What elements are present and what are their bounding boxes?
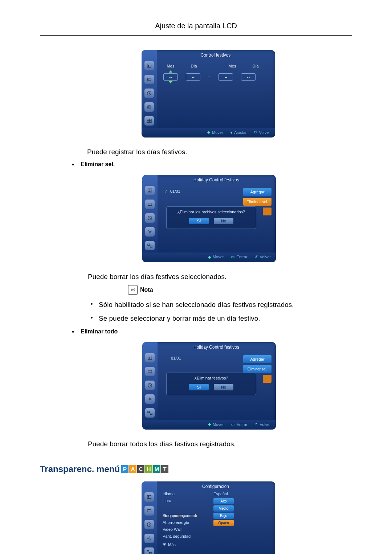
col-mes: Mes — [163, 64, 178, 68]
osd-footer: ◆Mover ▭Entrar ↺Volver — [142, 253, 276, 262]
note-item-1: Sólo habilitado si se han seleccionado d… — [88, 301, 352, 309]
field-dia-from[interactable]: -- — [186, 73, 200, 81]
svg-rect-23 — [147, 550, 149, 552]
enter-icon: ▭ — [231, 255, 234, 259]
osd-control-festivos-add: Control festivos Mes Día — [142, 50, 275, 138]
dialog-yes[interactable]: Sí — [189, 384, 209, 390]
badge-p: P — [121, 465, 128, 473]
clock-icon — [144, 89, 154, 98]
gear-icon — [144, 534, 154, 543]
input-icon — [145, 200, 155, 209]
text-register-holidays: Puede registrar los días festivos. — [87, 147, 341, 157]
range-tilde: ~ — [208, 75, 211, 79]
clock-icon — [145, 381, 155, 390]
osd-side-icons — [142, 50, 157, 128]
multi-icon — [145, 408, 155, 418]
btn-eliminar-sel[interactable]: Eliminar sel. — [243, 198, 271, 206]
gear-icon — [144, 102, 154, 112]
opt-alto[interactable]: Alto — [213, 498, 234, 504]
spinner-mes-from[interactable]: -- — [163, 70, 178, 83]
multi-icon — [144, 547, 154, 554]
dialog-no[interactable]: No — [214, 384, 233, 390]
cfg-bloqueo[interactable]: Bloqueo seguridad — [163, 513, 271, 518]
svg-rect-5 — [147, 121, 149, 123]
svg-rect-11 — [148, 244, 150, 245]
osd-side-icons — [142, 342, 158, 420]
svg-rect-3 — [147, 119, 149, 120]
svg-point-0 — [148, 65, 149, 66]
dialog-text: ¿Eliminar los archivos seleccionados? — [170, 210, 253, 214]
col-mes-2: Mes — [225, 64, 240, 68]
badge-m: M — [153, 465, 160, 473]
enter-icon: ▭ — [231, 422, 234, 427]
return-icon: ↺ — [254, 130, 257, 135]
cfg-idioma[interactable]: Idioma:Español — [163, 492, 271, 496]
opt-medio[interactable]: Medio — [213, 505, 234, 512]
input-badges: P A C H M T — [121, 465, 168, 473]
svg-rect-20 — [147, 509, 151, 512]
text-delete-selected: Puede borrar los días festivos seleccion… — [88, 272, 342, 282]
osd-side-icons — [142, 175, 158, 253]
item-eliminar-sel: Eliminar sel. — [81, 161, 115, 167]
multi-icon — [144, 116, 154, 126]
svg-point-16 — [149, 398, 151, 400]
picture-icon — [144, 61, 154, 70]
cfg-pant-seguridad[interactable]: Pant. seguridad — [163, 534, 271, 538]
field-mes-to[interactable]: -- — [219, 73, 233, 81]
adjust-icon: ♦ — [230, 130, 233, 135]
move-icon: ◆ — [207, 130, 210, 135]
svg-point-22 — [148, 538, 150, 539]
osd-side-icons — [142, 481, 157, 554]
osd-eliminar-todo: Holiday Control festivos — [142, 342, 276, 430]
checkmark-icon: ✓ — [164, 189, 168, 194]
svg-rect-18 — [150, 413, 152, 415]
note-icon — [128, 285, 138, 295]
btn-eliminar-sel[interactable]: Eliminar sel. — [243, 365, 271, 373]
note-label: Nota — [140, 287, 153, 293]
dialog-text: ¿Eliminar festivos? — [170, 376, 253, 380]
clock-icon — [144, 520, 154, 529]
osd-footer: ◆Mover ♦Ajustar ↺Volver — [142, 128, 275, 138]
gear-icon — [145, 394, 155, 404]
cfg-ahorro[interactable]: Ahorro energía: — [163, 520, 271, 525]
confirm-dialog: ¿Eliminar festivos? Sí No — [166, 373, 256, 395]
section-transparenc-menu: Transparenc. menú — [40, 464, 120, 474]
svg-point-19 — [148, 496, 149, 497]
return-icon: ↺ — [254, 422, 258, 427]
btn-agregar[interactable]: Agregar — [243, 355, 271, 363]
input-icon — [145, 367, 155, 376]
svg-rect-14 — [148, 370, 152, 373]
page-header: Ajuste de la pantalla LCD — [40, 22, 352, 35]
badge-t: T — [161, 465, 168, 473]
gear-icon — [145, 227, 155, 237]
text-delete-all: Puede borrar todos los días festivos reg… — [88, 439, 342, 450]
svg-point-10 — [149, 231, 151, 233]
picture-icon — [144, 492, 154, 502]
badge-c: C — [137, 465, 144, 473]
svg-rect-24 — [150, 552, 151, 554]
svg-rect-12 — [150, 246, 152, 247]
svg-rect-4 — [150, 119, 151, 120]
osd-configuracion: Configuración Idioma:Español — [142, 481, 275, 554]
move-icon: ◆ — [208, 422, 211, 427]
badge-h: H — [145, 465, 152, 473]
dialog-yes[interactable]: Sí — [189, 218, 209, 224]
confirm-dialog: ¿Eliminar los archivos seleccionados? Sí… — [166, 206, 256, 229]
clock-icon — [145, 213, 155, 223]
move-icon: ◆ — [208, 255, 211, 259]
svg-point-13 — [149, 357, 150, 358]
osd-eliminar-sel: Holiday Control festivos — [142, 175, 276, 262]
picture-icon — [145, 353, 155, 362]
dialog-no[interactable]: No — [214, 218, 233, 224]
cfg-more[interactable]: Más — [163, 542, 271, 547]
cfg-video-wall[interactable]: Video Wall — [163, 527, 271, 532]
svg-rect-8 — [148, 203, 152, 205]
svg-point-7 — [149, 189, 150, 190]
btn-agregar[interactable]: Agregar — [243, 188, 271, 196]
field-dia-to[interactable]: -- — [241, 73, 256, 81]
input-icon — [144, 506, 154, 516]
chevron-down-icon — [163, 543, 166, 546]
osd-footer: ◆Mover ▭Entrar ↺Volver — [142, 420, 276, 430]
svg-rect-17 — [148, 411, 150, 413]
divider — [40, 35, 352, 36]
